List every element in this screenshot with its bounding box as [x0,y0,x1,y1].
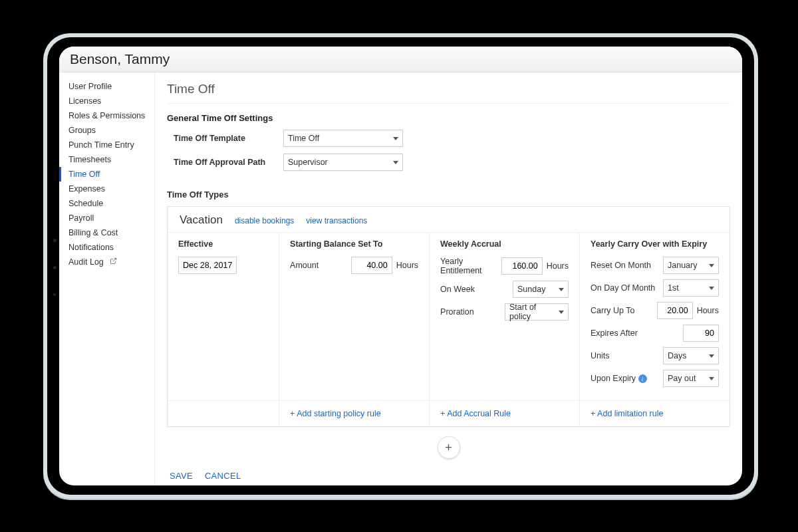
approval-path-select[interactable]: Supervisor [283,154,403,171]
select-value: Time Off [288,134,319,143]
chevron-down-icon [709,287,714,290]
disable-bookings-link[interactable]: disable bookings [235,216,294,225]
yearly-entitlement-label: Yearly Entitlement [440,257,497,275]
sidebar-item-billing-cost[interactable]: Billing & Cost [59,225,154,240]
select-value: January [668,261,697,270]
units-select[interactable]: Days [663,347,719,364]
info-icon[interactable]: i [638,374,647,383]
chevron-down-icon [393,137,398,140]
reset-month-label: Reset On Month [591,261,659,270]
add-accrual-rule-link[interactable]: + Add Accrual Rule [440,409,511,418]
carry-over-column: Yearly Carry Over with Expiry Reset On M… [580,233,730,400]
sidebar-item-punch-time-entry[interactable]: Punch Time Entry [59,138,154,152]
time-off-template-label: Time Off Template [167,134,283,143]
add-starting-policy-rule-link[interactable]: + Add starting policy rule [290,409,381,418]
expires-after-label: Expires After [591,329,679,338]
accrual-column: Weekly Accrual Yearly Entitlement Hours … [430,233,580,400]
chevron-down-icon [393,161,398,164]
sidebar-item-licenses[interactable]: Licenses [59,94,154,108]
on-day-select[interactable]: 1st [663,279,719,297]
entitlement-unit: Hours [547,261,569,271]
accrual-heading: Weekly Accrual [440,239,569,249]
time-off-type-card-vacation: Vacation disable bookings view transacti… [167,206,730,427]
sidebar-item-expenses[interactable]: Expenses [59,182,154,196]
tablet-bezel: Benson, Tammy User Profile Licenses Role… [47,37,754,495]
reset-month-select[interactable]: January [663,257,719,274]
sidebar-item-audit-log[interactable]: Audit Log [59,255,154,269]
chevron-down-icon [709,264,714,267]
sidebar: User Profile Licenses Roles & Permission… [59,72,155,485]
starting-balance-heading: Starting Balance Set To [290,239,418,249]
upon-expiry-select[interactable]: Pay out [663,370,719,387]
select-value: Supervisor [288,158,328,167]
time-off-template-select[interactable]: Time Off [283,130,403,147]
effective-heading: Effective [178,239,268,249]
select-value: Sunday [517,285,545,294]
page-title: Time Off [167,79,730,104]
on-week-select[interactable]: Sunday [513,281,569,298]
chevron-down-icon [709,377,714,380]
add-type-button[interactable]: + [438,436,460,459]
chevron-down-icon [709,354,714,358]
select-value: Days [668,351,686,360]
sidebar-item-payroll[interactable]: Payroll [59,211,154,225]
sidebar-item-roles-permissions[interactable]: Roles & Permissions [59,108,154,123]
on-week-label: On Week [440,285,509,294]
type-name: Vacation [180,213,223,227]
proration-select[interactable]: Start of policy [505,303,569,321]
sidebar-item-time-off[interactable]: Time Off [59,167,154,182]
page-user-title: Benson, Tammy [59,47,742,72]
camera-dot-3 [53,293,56,296]
camera-dot-2 [53,239,57,242]
cancel-button[interactable]: CANCEL [205,471,241,481]
amount-input[interactable] [351,257,392,274]
external-link-icon [110,257,117,266]
main-content: Time Off General Time Off Settings Time … [155,72,742,485]
amount-label: Amount [290,261,347,270]
starting-balance-column: Starting Balance Set To Amount Hours [279,233,430,400]
yearly-entitlement-input[interactable] [501,257,543,275]
select-value: Start of policy [509,303,559,321]
select-value: 1st [668,283,679,293]
expires-after-input[interactable] [683,325,719,342]
sidebar-item-user-profile[interactable]: User Profile [59,79,154,94]
on-day-label: On Day Of Month [591,283,659,293]
save-button[interactable]: SAVE [170,471,193,481]
units-label: Units [591,351,659,360]
effective-column: Effective [168,233,279,400]
select-value: Pay out [668,374,696,383]
view-transactions-link[interactable]: view transactions [306,216,367,225]
chevron-down-icon [559,288,564,291]
proration-label: Proration [440,307,501,317]
approval-path-label: Time Off Approval Path [167,158,283,167]
svg-line-0 [113,258,116,261]
carry-over-heading: Yearly Carry Over with Expiry [591,239,719,249]
carry-up-unit: Hours [697,306,719,315]
time-off-types-heading: Time Off Types [167,190,730,200]
app-screen: Benson, Tammy User Profile Licenses Role… [59,47,742,485]
general-settings-heading: General Time Off Settings [167,113,730,123]
sidebar-item-notifications[interactable]: Notifications [59,240,154,255]
sidebar-item-schedule[interactable]: Schedule [59,196,154,211]
amount-unit: Hours [396,261,418,270]
carry-up-input[interactable] [657,302,693,319]
upon-expiry-label: Upon Expiry i [591,374,659,384]
sidebar-item-timesheets[interactable]: Timesheets [59,152,154,167]
sidebar-item-label: Audit Log [68,257,104,267]
add-limitation-rule-link[interactable]: + Add limitation rule [591,409,663,418]
tablet-frame: Benson, Tammy User Profile Licenses Role… [43,33,758,499]
sidebar-item-groups[interactable]: Groups [59,123,154,138]
chevron-down-icon [559,311,564,314]
camera-dot [53,266,57,269]
carry-up-label: Carry Up To [591,306,653,315]
effective-date-input[interactable] [178,257,237,274]
